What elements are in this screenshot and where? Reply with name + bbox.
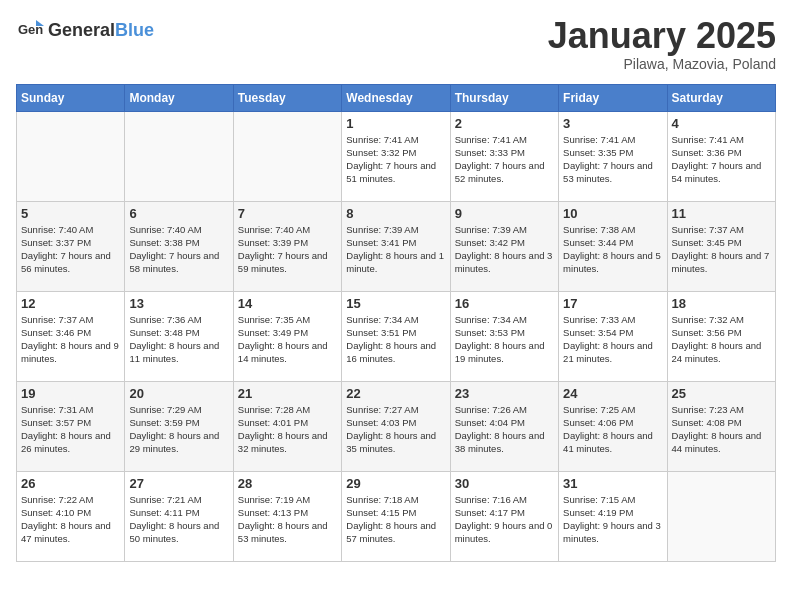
day-info: Sunrise: 7:33 AMSunset: 3:54 PMDaylight:…: [563, 313, 662, 366]
logo-icon: Gen: [16, 16, 44, 44]
day-info: Sunrise: 7:16 AMSunset: 4:17 PMDaylight:…: [455, 493, 554, 546]
calendar-cell: 1Sunrise: 7:41 AMSunset: 3:32 PMDaylight…: [342, 111, 450, 201]
day-number: 7: [238, 206, 337, 221]
calendar-cell: [17, 111, 125, 201]
day-info: Sunrise: 7:40 AMSunset: 3:37 PMDaylight:…: [21, 223, 120, 276]
calendar-cell: 7Sunrise: 7:40 AMSunset: 3:39 PMDaylight…: [233, 201, 341, 291]
day-number: 16: [455, 296, 554, 311]
day-number: 23: [455, 386, 554, 401]
day-info: Sunrise: 7:40 AMSunset: 3:38 PMDaylight:…: [129, 223, 228, 276]
day-info: Sunrise: 7:22 AMSunset: 4:10 PMDaylight:…: [21, 493, 120, 546]
calendar-cell: 11Sunrise: 7:37 AMSunset: 3:45 PMDayligh…: [667, 201, 775, 291]
calendar-cell: 20Sunrise: 7:29 AMSunset: 3:59 PMDayligh…: [125, 381, 233, 471]
calendar-cell: 15Sunrise: 7:34 AMSunset: 3:51 PMDayligh…: [342, 291, 450, 381]
day-number: 19: [21, 386, 120, 401]
calendar-cell: 25Sunrise: 7:23 AMSunset: 4:08 PMDayligh…: [667, 381, 775, 471]
day-info: Sunrise: 7:29 AMSunset: 3:59 PMDaylight:…: [129, 403, 228, 456]
day-info: Sunrise: 7:37 AMSunset: 3:46 PMDaylight:…: [21, 313, 120, 366]
calendar-cell: 27Sunrise: 7:21 AMSunset: 4:11 PMDayligh…: [125, 471, 233, 561]
day-number: 9: [455, 206, 554, 221]
day-number: 15: [346, 296, 445, 311]
calendar-cell: 4Sunrise: 7:41 AMSunset: 3:36 PMDaylight…: [667, 111, 775, 201]
day-number: 27: [129, 476, 228, 491]
day-info: Sunrise: 7:35 AMSunset: 3:49 PMDaylight:…: [238, 313, 337, 366]
day-number: 21: [238, 386, 337, 401]
calendar-cell: 6Sunrise: 7:40 AMSunset: 3:38 PMDaylight…: [125, 201, 233, 291]
calendar-cell: 31Sunrise: 7:15 AMSunset: 4:19 PMDayligh…: [559, 471, 667, 561]
calendar-week-2: 5Sunrise: 7:40 AMSunset: 3:37 PMDaylight…: [17, 201, 776, 291]
day-info: Sunrise: 7:37 AMSunset: 3:45 PMDaylight:…: [672, 223, 771, 276]
day-number: 11: [672, 206, 771, 221]
day-number: 3: [563, 116, 662, 131]
day-number: 30: [455, 476, 554, 491]
calendar-cell: 18Sunrise: 7:32 AMSunset: 3:56 PMDayligh…: [667, 291, 775, 381]
weekday-header-sunday: Sunday: [17, 84, 125, 111]
day-info: Sunrise: 7:41 AMSunset: 3:32 PMDaylight:…: [346, 133, 445, 186]
calendar-header: SundayMondayTuesdayWednesdayThursdayFrid…: [17, 84, 776, 111]
calendar-cell: 23Sunrise: 7:26 AMSunset: 4:04 PMDayligh…: [450, 381, 558, 471]
day-number: 8: [346, 206, 445, 221]
day-number: 20: [129, 386, 228, 401]
calendar-cell: 13Sunrise: 7:36 AMSunset: 3:48 PMDayligh…: [125, 291, 233, 381]
calendar-week-4: 19Sunrise: 7:31 AMSunset: 3:57 PMDayligh…: [17, 381, 776, 471]
day-info: Sunrise: 7:19 AMSunset: 4:13 PMDaylight:…: [238, 493, 337, 546]
day-number: 24: [563, 386, 662, 401]
calendar-cell: 5Sunrise: 7:40 AMSunset: 3:37 PMDaylight…: [17, 201, 125, 291]
calendar-cell: 3Sunrise: 7:41 AMSunset: 3:35 PMDaylight…: [559, 111, 667, 201]
day-info: Sunrise: 7:40 AMSunset: 3:39 PMDaylight:…: [238, 223, 337, 276]
day-number: 31: [563, 476, 662, 491]
calendar-cell: 16Sunrise: 7:34 AMSunset: 3:53 PMDayligh…: [450, 291, 558, 381]
calendar-cell: 10Sunrise: 7:38 AMSunset: 3:44 PMDayligh…: [559, 201, 667, 291]
day-number: 28: [238, 476, 337, 491]
calendar-cell: 19Sunrise: 7:31 AMSunset: 3:57 PMDayligh…: [17, 381, 125, 471]
weekday-header-wednesday: Wednesday: [342, 84, 450, 111]
calendar-week-5: 26Sunrise: 7:22 AMSunset: 4:10 PMDayligh…: [17, 471, 776, 561]
day-info: Sunrise: 7:28 AMSunset: 4:01 PMDaylight:…: [238, 403, 337, 456]
day-info: Sunrise: 7:36 AMSunset: 3:48 PMDaylight:…: [129, 313, 228, 366]
logo-general: General: [48, 20, 115, 40]
day-number: 17: [563, 296, 662, 311]
calendar-cell: 26Sunrise: 7:22 AMSunset: 4:10 PMDayligh…: [17, 471, 125, 561]
calendar-cell: 2Sunrise: 7:41 AMSunset: 3:33 PMDaylight…: [450, 111, 558, 201]
calendar-cell: 30Sunrise: 7:16 AMSunset: 4:17 PMDayligh…: [450, 471, 558, 561]
calendar-cell: 24Sunrise: 7:25 AMSunset: 4:06 PMDayligh…: [559, 381, 667, 471]
day-info: Sunrise: 7:26 AMSunset: 4:04 PMDaylight:…: [455, 403, 554, 456]
calendar-cell: [667, 471, 775, 561]
day-info: Sunrise: 7:38 AMSunset: 3:44 PMDaylight:…: [563, 223, 662, 276]
day-number: 13: [129, 296, 228, 311]
day-info: Sunrise: 7:34 AMSunset: 3:51 PMDaylight:…: [346, 313, 445, 366]
day-info: Sunrise: 7:41 AMSunset: 3:36 PMDaylight:…: [672, 133, 771, 186]
calendar-subtitle: Pilawa, Mazovia, Poland: [548, 56, 776, 72]
calendar-table: SundayMondayTuesdayWednesdayThursdayFrid…: [16, 84, 776, 562]
day-info: Sunrise: 7:31 AMSunset: 3:57 PMDaylight:…: [21, 403, 120, 456]
day-number: 18: [672, 296, 771, 311]
calendar-cell: 29Sunrise: 7:18 AMSunset: 4:15 PMDayligh…: [342, 471, 450, 561]
day-number: 2: [455, 116, 554, 131]
day-number: 1: [346, 116, 445, 131]
header: Gen GeneralBlue January 2025 Pilawa, Maz…: [16, 16, 776, 72]
calendar-body: 1Sunrise: 7:41 AMSunset: 3:32 PMDaylight…: [17, 111, 776, 561]
calendar-title: January 2025: [548, 16, 776, 56]
day-info: Sunrise: 7:18 AMSunset: 4:15 PMDaylight:…: [346, 493, 445, 546]
weekday-header-monday: Monday: [125, 84, 233, 111]
day-number: 10: [563, 206, 662, 221]
day-info: Sunrise: 7:21 AMSunset: 4:11 PMDaylight:…: [129, 493, 228, 546]
day-info: Sunrise: 7:39 AMSunset: 3:42 PMDaylight:…: [455, 223, 554, 276]
day-info: Sunrise: 7:25 AMSunset: 4:06 PMDaylight:…: [563, 403, 662, 456]
day-number: 25: [672, 386, 771, 401]
day-number: 22: [346, 386, 445, 401]
calendar-cell: 22Sunrise: 7:27 AMSunset: 4:03 PMDayligh…: [342, 381, 450, 471]
calendar-cell: 21Sunrise: 7:28 AMSunset: 4:01 PMDayligh…: [233, 381, 341, 471]
logo-blue: Blue: [115, 20, 154, 40]
weekday-header-saturday: Saturday: [667, 84, 775, 111]
calendar-cell: [125, 111, 233, 201]
day-number: 6: [129, 206, 228, 221]
day-info: Sunrise: 7:39 AMSunset: 3:41 PMDaylight:…: [346, 223, 445, 276]
weekday-header-friday: Friday: [559, 84, 667, 111]
calendar-week-1: 1Sunrise: 7:41 AMSunset: 3:32 PMDaylight…: [17, 111, 776, 201]
title-area: January 2025 Pilawa, Mazovia, Poland: [548, 16, 776, 72]
day-number: 29: [346, 476, 445, 491]
calendar-cell: 8Sunrise: 7:39 AMSunset: 3:41 PMDaylight…: [342, 201, 450, 291]
weekday-header-tuesday: Tuesday: [233, 84, 341, 111]
day-info: Sunrise: 7:23 AMSunset: 4:08 PMDaylight:…: [672, 403, 771, 456]
